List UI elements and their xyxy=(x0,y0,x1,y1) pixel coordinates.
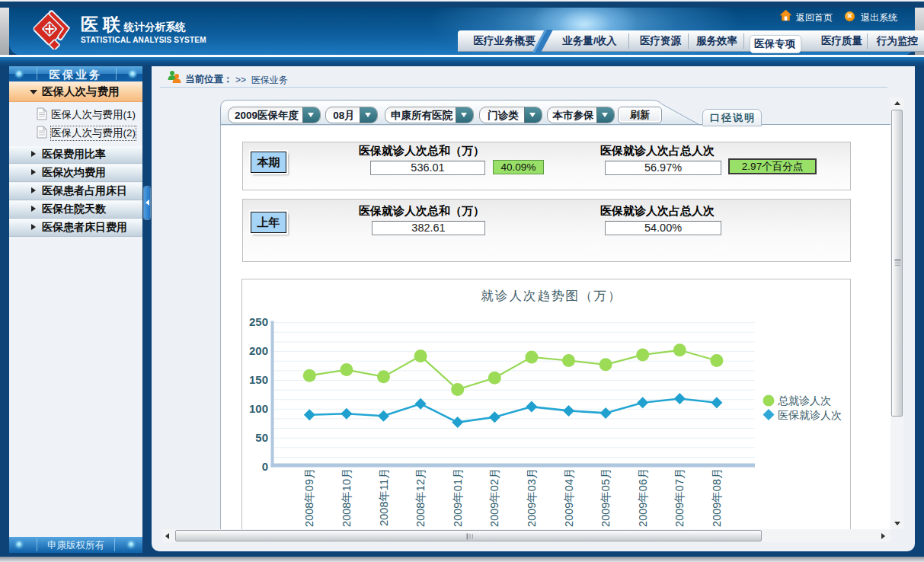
svg-text:2008年10月: 2008年10月 xyxy=(341,468,353,527)
svg-text:2009年04月: 2009年04月 xyxy=(563,468,575,527)
svg-text:2008年11月: 2008年11月 xyxy=(378,468,390,526)
svg-text:2009年01月: 2009年01月 xyxy=(452,468,464,527)
svg-text:就诊人次趋势图（万）: 就诊人次趋势图（万） xyxy=(481,289,622,302)
svg-text:总就诊人次: 总就诊人次 xyxy=(778,394,831,407)
svg-text:医保就诊人次: 医保就诊人次 xyxy=(778,409,842,421)
svg-text:200: 200 xyxy=(249,344,268,357)
svg-text:2009年05月: 2009年05月 xyxy=(599,468,612,527)
svg-text:2009年08月: 2009年08月 xyxy=(711,468,723,527)
svg-text:2009年06月: 2009年06月 xyxy=(637,468,649,527)
svg-text:50: 50 xyxy=(255,431,268,444)
svg-text:250: 250 xyxy=(249,315,268,328)
svg-text:2009年07月: 2009年07月 xyxy=(673,468,686,527)
svg-text:100: 100 xyxy=(249,402,268,415)
svg-text:0: 0 xyxy=(262,460,268,473)
svg-text:2008年09月: 2008年09月 xyxy=(303,468,315,527)
svg-text:2009年03月: 2009年03月 xyxy=(526,468,538,527)
svg-text:2008年12月: 2008年12月 xyxy=(414,468,427,527)
svg-text:2009年02月: 2009年02月 xyxy=(488,468,500,527)
svg-text:150: 150 xyxy=(249,373,268,386)
